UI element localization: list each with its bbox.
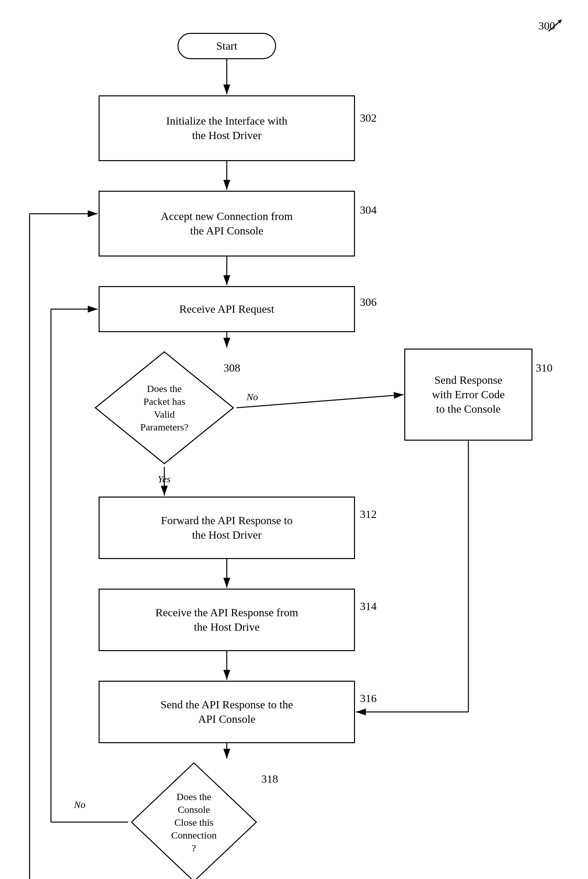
node-318: Does theConsoleClose thisConnection?	[128, 760, 260, 879]
node-310: Send Responsewith Error Codeto the Conso…	[404, 349, 532, 441]
node-306: Receive API Request	[99, 286, 355, 332]
ref-318: 318	[261, 773, 278, 785]
ref-312: 312	[360, 508, 376, 521]
node-302: Initialize the Interface withthe Host Dr…	[99, 95, 355, 161]
ref-306: 306	[360, 296, 376, 308]
ref-310: 310	[536, 362, 552, 374]
node-312: Forward the API Response tothe Host Driv…	[99, 497, 355, 559]
ref-302: 302	[360, 112, 376, 124]
ref-304: 304	[360, 204, 376, 216]
svg-line-9	[237, 395, 404, 408]
ref-316: 316	[360, 692, 376, 705]
start-node: Start	[177, 33, 276, 59]
ref-314: 314	[360, 600, 376, 613]
label-no-308: No	[246, 391, 258, 403]
node-314: Receive the API Response fromthe Host Dr…	[99, 589, 355, 651]
node-304: Accept new Connection fromthe API Consol…	[99, 191, 355, 257]
node-316: Send the API Response to theAPI Console	[99, 681, 355, 743]
node-318-label: Does theConsoleClose thisConnection?	[128, 790, 260, 854]
node-308-label: Does thePacket hasValidParameters?	[92, 382, 237, 433]
flowchart-diagram: 300 Start Initialize the Interface witht…	[0, 0, 588, 879]
label-no-318: No	[74, 799, 86, 810]
ref-arrow	[542, 13, 568, 33]
node-308: Does thePacket hasValidParameters?	[92, 349, 237, 467]
ref-308: 308	[224, 362, 240, 374]
label-yes-308: Yes	[158, 473, 171, 485]
